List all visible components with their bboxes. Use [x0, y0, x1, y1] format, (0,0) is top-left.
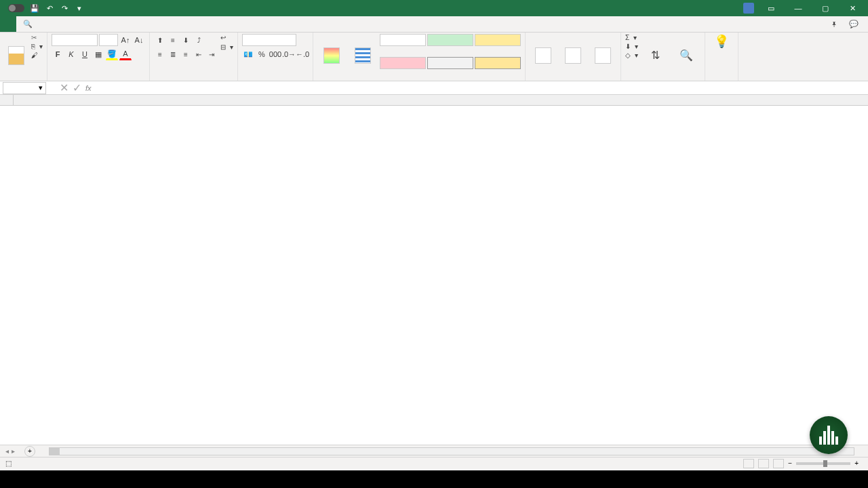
- font-size-select[interactable]: [99, 34, 118, 46]
- comments-button[interactable]: 💬: [845, 20, 863, 28]
- titlebar: 💾 ↶ ↷ ▾ ▭ — ▢ ✕: [0, 0, 868, 16]
- page-break-view-button[interactable]: [773, 459, 784, 468]
- zoom-in-button[interactable]: +: [854, 460, 859, 467]
- align-right-button[interactable]: ≡: [180, 48, 192, 60]
- cut-button[interactable]: ✂: [31, 34, 43, 41]
- minimize-icon[interactable]: —: [788, 0, 808, 16]
- font-name-select[interactable]: [52, 34, 98, 46]
- percent-button[interactable]: %: [256, 48, 268, 60]
- insert-cells-button[interactable]: [530, 34, 557, 78]
- sort-filter-button[interactable]: ⇅: [641, 34, 669, 78]
- orientation-button[interactable]: ⤴: [193, 34, 205, 46]
- name-box[interactable]: ▾: [3, 82, 46, 94]
- toggle-switch[interactable]: [8, 4, 24, 12]
- zoom-out-button[interactable]: −: [788, 460, 792, 467]
- group-cells: [526, 33, 621, 81]
- underline-button[interactable]: U: [79, 48, 91, 60]
- find-select-button[interactable]: 🔍: [672, 34, 701, 78]
- autosum-button[interactable]: Σ ▾: [625, 34, 638, 41]
- horizontal-scrollbar[interactable]: [49, 447, 854, 455]
- merge-center-button[interactable]: ⊟ ▾: [220, 43, 233, 51]
- group-label: [530, 78, 616, 79]
- page-layout-view-button[interactable]: [758, 459, 769, 468]
- tab-file[interactable]: [0, 16, 16, 32]
- font-color-button[interactable]: A: [119, 48, 132, 60]
- indent-left-button[interactable]: ⇤: [193, 48, 205, 60]
- delete-cells-button[interactable]: [559, 34, 587, 78]
- close-icon[interactable]: ✕: [842, 0, 863, 16]
- group-label: [52, 78, 145, 79]
- ribbon-options-icon[interactable]: ▭: [761, 0, 781, 16]
- copy-button[interactable]: ⎘ ▾: [31, 43, 43, 50]
- enter-formula-icon[interactable]: ✓: [73, 81, 81, 94]
- status-bar: ⬚ − +: [0, 457, 868, 469]
- format-as-table-button[interactable]: [349, 34, 377, 78]
- share-button[interactable]: 🖈: [827, 20, 842, 28]
- indent-right-button[interactable]: ⇥: [205, 48, 218, 60]
- number像-format-select[interactable]: [242, 34, 296, 46]
- paste-button[interactable]: [4, 34, 28, 78]
- group-number: 💶 % 000 .0→ ←.0: [238, 33, 313, 81]
- group-label: [4, 78, 43, 79]
- autosave-toggle[interactable]: [5, 4, 24, 12]
- thousands-button[interactable]: 000: [269, 48, 281, 60]
- qat-dropdown-icon[interactable]: ▾: [75, 3, 84, 13]
- cancel-formula-icon[interactable]: ✕: [60, 81, 68, 94]
- style-berechnung[interactable]: [475, 57, 521, 69]
- style-ausgabe[interactable]: [427, 57, 473, 69]
- increase-font-button[interactable]: A↑: [119, 34, 132, 46]
- align-center-button[interactable]: ≣: [167, 48, 179, 60]
- ribbon: ✂ ⎘ ▾ 🖌 A↑ A↓ F K U ▦ 🪣: [0, 33, 868, 81]
- delete-icon: [565, 47, 581, 64]
- copy-icon: ⎘: [31, 43, 35, 50]
- zoom-slider[interactable]: [796, 462, 850, 465]
- decimal-decrease-button[interactable]: ←.0: [296, 48, 309, 60]
- group-styles: [313, 33, 526, 81]
- wrap-text-button[interactable]: ↩: [220, 34, 233, 41]
- style-standard[interactable]: [380, 34, 426, 46]
- record-macro-icon[interactable]: ⬚: [5, 460, 12, 467]
- fill-button[interactable]: ⬇ ▾: [625, 43, 638, 50]
- formula-input[interactable]: [92, 82, 868, 94]
- align-bottom-button[interactable]: ⬇: [180, 34, 192, 46]
- wrap-icon: ↩: [220, 34, 226, 41]
- select-all-corner[interactable]: [0, 95, 14, 106]
- style-schlecht[interactable]: [380, 57, 426, 69]
- cells-area[interactable]: [14, 106, 868, 445]
- fx-icon[interactable]: fx: [85, 84, 92, 92]
- spreadsheet-grid[interactable]: [0, 95, 868, 445]
- decimal-increase-button[interactable]: .0→: [283, 48, 295, 60]
- ideas-button[interactable]: 💡: [709, 34, 734, 49]
- undo-icon[interactable]: ↶: [45, 3, 54, 13]
- fill-color-button[interactable]: 🪣: [106, 48, 118, 60]
- group-alignment: ⬆ ≡ ⬇ ⤴ ≡ ≣ ≡ ⇤ ⇥ ↩ ⊟ ▾: [150, 33, 238, 81]
- redo-icon[interactable]: ↷: [60, 3, 69, 13]
- add-sheet-button[interactable]: +: [24, 446, 35, 457]
- table-icon: [355, 47, 371, 64]
- bold-button[interactable]: F: [52, 48, 64, 60]
- style-neutral[interactable]: [475, 34, 521, 46]
- border-button[interactable]: ▦: [92, 48, 104, 60]
- user-avatar[interactable]: [743, 3, 754, 14]
- align-top-button[interactable]: ⬆: [154, 34, 166, 46]
- align-left-button[interactable]: ≡: [154, 48, 166, 60]
- group-label: [625, 78, 701, 79]
- search-box[interactable]: 🔍: [16, 16, 71, 32]
- column-headers[interactable]: [14, 95, 868, 106]
- group-font: A↑ A↓ F K U ▦ 🪣 A: [47, 33, 150, 81]
- align-middle-button[interactable]: ≡: [167, 34, 179, 46]
- normal-view-button[interactable]: [743, 459, 754, 468]
- bottom-bar: [0, 470, 868, 488]
- maximize-icon[interactable]: ▢: [815, 0, 835, 16]
- format-cells-button[interactable]: [589, 34, 616, 78]
- conditional-format-button[interactable]: [317, 34, 346, 78]
- currency-button[interactable]: 💶: [242, 48, 254, 60]
- decrease-font-button[interactable]: A↓: [133, 34, 145, 46]
- style-gut[interactable]: [427, 34, 473, 46]
- sheet-nav[interactable]: ◂▸: [0, 447, 20, 455]
- group-clipboard: ✂ ⎘ ▾ 🖌: [0, 33, 47, 81]
- group-label: [317, 78, 521, 79]
- italic-button[interactable]: K: [65, 48, 77, 60]
- save-icon[interactable]: 💾: [30, 3, 39, 13]
- format-painter-button[interactable]: 🖌: [31, 52, 43, 59]
